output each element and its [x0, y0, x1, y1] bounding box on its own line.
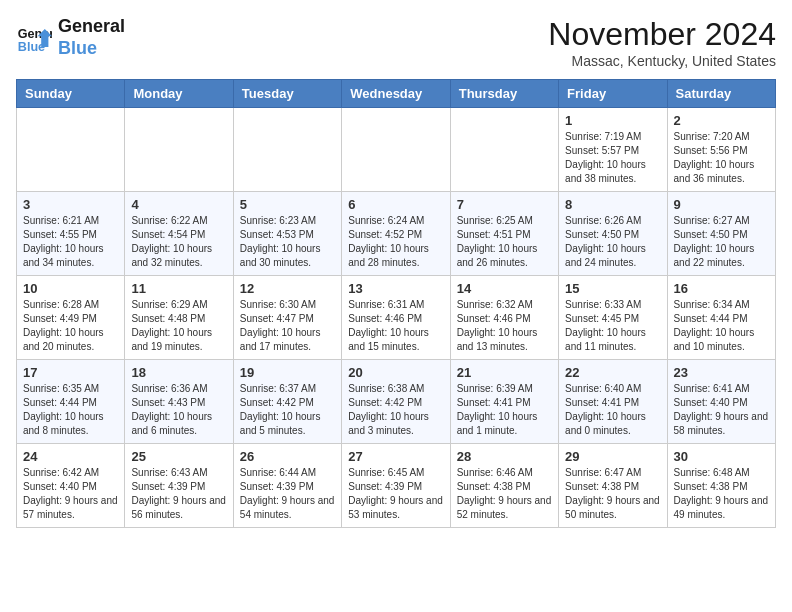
day-number: 3 [23, 197, 118, 212]
day-number: 6 [348, 197, 443, 212]
day-number: 4 [131, 197, 226, 212]
day-number: 14 [457, 281, 552, 296]
calendar-table: SundayMondayTuesdayWednesdayThursdayFrid… [16, 79, 776, 528]
day-info: Sunrise: 7:20 AM Sunset: 5:56 PM Dayligh… [674, 130, 769, 186]
calendar-cell: 20Sunrise: 6:38 AM Sunset: 4:42 PM Dayli… [342, 360, 450, 444]
day-number: 13 [348, 281, 443, 296]
calendar-cell: 6Sunrise: 6:24 AM Sunset: 4:52 PM Daylig… [342, 192, 450, 276]
day-info: Sunrise: 6:44 AM Sunset: 4:39 PM Dayligh… [240, 466, 335, 522]
day-number: 22 [565, 365, 660, 380]
day-info: Sunrise: 6:22 AM Sunset: 4:54 PM Dayligh… [131, 214, 226, 270]
day-info: Sunrise: 6:39 AM Sunset: 4:41 PM Dayligh… [457, 382, 552, 438]
day-number: 23 [674, 365, 769, 380]
calendar-cell: 16Sunrise: 6:34 AM Sunset: 4:44 PM Dayli… [667, 276, 775, 360]
calendar-cell: 24Sunrise: 6:42 AM Sunset: 4:40 PM Dayli… [17, 444, 125, 528]
calendar-cell [342, 108, 450, 192]
day-info: Sunrise: 6:24 AM Sunset: 4:52 PM Dayligh… [348, 214, 443, 270]
day-number: 25 [131, 449, 226, 464]
calendar-cell: 19Sunrise: 6:37 AM Sunset: 4:42 PM Dayli… [233, 360, 341, 444]
weekday-header-saturday: Saturday [667, 80, 775, 108]
day-number: 9 [674, 197, 769, 212]
calendar-week-3: 10Sunrise: 6:28 AM Sunset: 4:49 PM Dayli… [17, 276, 776, 360]
day-info: Sunrise: 6:41 AM Sunset: 4:40 PM Dayligh… [674, 382, 769, 438]
calendar-cell [233, 108, 341, 192]
day-number: 1 [565, 113, 660, 128]
logo: General Blue General Blue [16, 16, 125, 59]
calendar-cell: 13Sunrise: 6:31 AM Sunset: 4:46 PM Dayli… [342, 276, 450, 360]
calendar-cell: 15Sunrise: 6:33 AM Sunset: 4:45 PM Dayli… [559, 276, 667, 360]
day-info: Sunrise: 6:27 AM Sunset: 4:50 PM Dayligh… [674, 214, 769, 270]
day-number: 26 [240, 449, 335, 464]
day-info: Sunrise: 6:28 AM Sunset: 4:49 PM Dayligh… [23, 298, 118, 354]
calendar-cell: 12Sunrise: 6:30 AM Sunset: 4:47 PM Dayli… [233, 276, 341, 360]
calendar-cell: 2Sunrise: 7:20 AM Sunset: 5:56 PM Daylig… [667, 108, 775, 192]
day-number: 16 [674, 281, 769, 296]
day-info: Sunrise: 7:19 AM Sunset: 5:57 PM Dayligh… [565, 130, 660, 186]
calendar-cell: 21Sunrise: 6:39 AM Sunset: 4:41 PM Dayli… [450, 360, 558, 444]
day-number: 11 [131, 281, 226, 296]
day-info: Sunrise: 6:26 AM Sunset: 4:50 PM Dayligh… [565, 214, 660, 270]
calendar-cell: 3Sunrise: 6:21 AM Sunset: 4:55 PM Daylig… [17, 192, 125, 276]
weekday-header-tuesday: Tuesday [233, 80, 341, 108]
day-number: 15 [565, 281, 660, 296]
calendar-cell: 27Sunrise: 6:45 AM Sunset: 4:39 PM Dayli… [342, 444, 450, 528]
month-title: November 2024 [548, 16, 776, 53]
day-info: Sunrise: 6:29 AM Sunset: 4:48 PM Dayligh… [131, 298, 226, 354]
page-header: General Blue General Blue November 2024 … [16, 16, 776, 69]
weekday-header-wednesday: Wednesday [342, 80, 450, 108]
calendar-cell: 22Sunrise: 6:40 AM Sunset: 4:41 PM Dayli… [559, 360, 667, 444]
day-number: 2 [674, 113, 769, 128]
calendar-cell: 26Sunrise: 6:44 AM Sunset: 4:39 PM Dayli… [233, 444, 341, 528]
day-info: Sunrise: 6:35 AM Sunset: 4:44 PM Dayligh… [23, 382, 118, 438]
logo-text: General Blue [58, 16, 125, 59]
day-number: 20 [348, 365, 443, 380]
day-number: 19 [240, 365, 335, 380]
calendar-week-1: 1Sunrise: 7:19 AM Sunset: 5:57 PM Daylig… [17, 108, 776, 192]
calendar-cell: 7Sunrise: 6:25 AM Sunset: 4:51 PM Daylig… [450, 192, 558, 276]
day-info: Sunrise: 6:31 AM Sunset: 4:46 PM Dayligh… [348, 298, 443, 354]
calendar-cell: 23Sunrise: 6:41 AM Sunset: 4:40 PM Dayli… [667, 360, 775, 444]
day-info: Sunrise: 6:43 AM Sunset: 4:39 PM Dayligh… [131, 466, 226, 522]
title-area: November 2024 Massac, Kentucky, United S… [548, 16, 776, 69]
day-info: Sunrise: 6:32 AM Sunset: 4:46 PM Dayligh… [457, 298, 552, 354]
weekday-header-monday: Monday [125, 80, 233, 108]
calendar-cell [17, 108, 125, 192]
day-info: Sunrise: 6:42 AM Sunset: 4:40 PM Dayligh… [23, 466, 118, 522]
logo-icon: General Blue [16, 20, 52, 56]
svg-text:Blue: Blue [18, 39, 45, 53]
day-number: 29 [565, 449, 660, 464]
day-info: Sunrise: 6:38 AM Sunset: 4:42 PM Dayligh… [348, 382, 443, 438]
calendar-week-4: 17Sunrise: 6:35 AM Sunset: 4:44 PM Dayli… [17, 360, 776, 444]
day-number: 12 [240, 281, 335, 296]
calendar-week-5: 24Sunrise: 6:42 AM Sunset: 4:40 PM Dayli… [17, 444, 776, 528]
calendar-cell: 30Sunrise: 6:48 AM Sunset: 4:38 PM Dayli… [667, 444, 775, 528]
calendar-cell: 5Sunrise: 6:23 AM Sunset: 4:53 PM Daylig… [233, 192, 341, 276]
day-info: Sunrise: 6:34 AM Sunset: 4:44 PM Dayligh… [674, 298, 769, 354]
day-info: Sunrise: 6:33 AM Sunset: 4:45 PM Dayligh… [565, 298, 660, 354]
calendar-cell: 1Sunrise: 7:19 AM Sunset: 5:57 PM Daylig… [559, 108, 667, 192]
calendar-week-2: 3Sunrise: 6:21 AM Sunset: 4:55 PM Daylig… [17, 192, 776, 276]
calendar-cell: 25Sunrise: 6:43 AM Sunset: 4:39 PM Dayli… [125, 444, 233, 528]
calendar-cell: 10Sunrise: 6:28 AM Sunset: 4:49 PM Dayli… [17, 276, 125, 360]
day-info: Sunrise: 6:25 AM Sunset: 4:51 PM Dayligh… [457, 214, 552, 270]
day-number: 10 [23, 281, 118, 296]
day-info: Sunrise: 6:23 AM Sunset: 4:53 PM Dayligh… [240, 214, 335, 270]
day-info: Sunrise: 6:21 AM Sunset: 4:55 PM Dayligh… [23, 214, 118, 270]
day-info: Sunrise: 6:45 AM Sunset: 4:39 PM Dayligh… [348, 466, 443, 522]
weekday-header-sunday: Sunday [17, 80, 125, 108]
weekday-header-thursday: Thursday [450, 80, 558, 108]
calendar-cell: 14Sunrise: 6:32 AM Sunset: 4:46 PM Dayli… [450, 276, 558, 360]
calendar-cell: 8Sunrise: 6:26 AM Sunset: 4:50 PM Daylig… [559, 192, 667, 276]
calendar-cell: 11Sunrise: 6:29 AM Sunset: 4:48 PM Dayli… [125, 276, 233, 360]
day-info: Sunrise: 6:36 AM Sunset: 4:43 PM Dayligh… [131, 382, 226, 438]
day-info: Sunrise: 6:37 AM Sunset: 4:42 PM Dayligh… [240, 382, 335, 438]
calendar-cell: 29Sunrise: 6:47 AM Sunset: 4:38 PM Dayli… [559, 444, 667, 528]
day-number: 24 [23, 449, 118, 464]
day-info: Sunrise: 6:46 AM Sunset: 4:38 PM Dayligh… [457, 466, 552, 522]
calendar-cell: 9Sunrise: 6:27 AM Sunset: 4:50 PM Daylig… [667, 192, 775, 276]
weekday-header-row: SundayMondayTuesdayWednesdayThursdayFrid… [17, 80, 776, 108]
day-number: 5 [240, 197, 335, 212]
location: Massac, Kentucky, United States [548, 53, 776, 69]
day-number: 18 [131, 365, 226, 380]
day-number: 8 [565, 197, 660, 212]
